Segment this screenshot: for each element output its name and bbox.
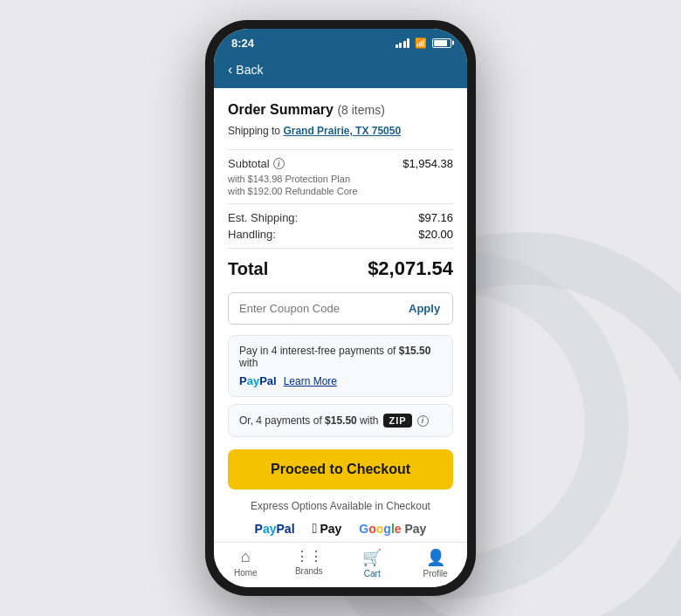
paypal-logo-row: PayPal Learn More	[239, 374, 442, 387]
shipping-address[interactable]: Grand Prairie, TX 75050	[283, 125, 401, 137]
coupon-input[interactable]	[229, 293, 396, 324]
shipping-line: Shipping to Grand Prairie, TX 75050	[228, 125, 453, 137]
checkout-button[interactable]: Proceed to Checkout	[228, 449, 453, 489]
cart-icon: 🛒	[362, 548, 382, 567]
nav-brands[interactable]: ⋮⋮ Brands	[278, 548, 341, 578]
paypal-learn-more-link[interactable]: Learn More	[284, 375, 337, 387]
subtotal-value: $1,954.38	[402, 157, 453, 170]
paypal-installments-section: Pay in 4 interest-free payments of $15.5…	[228, 335, 453, 397]
apple-icon: 	[313, 521, 318, 537]
refundable-core-note: with $192.00 Refundable Core	[228, 186, 453, 196]
express-options-text: Express Options Available in Checkout	[228, 500, 453, 512]
paypal-installment-text: Pay in 4 interest-free payments of $15.5…	[239, 345, 442, 369]
divider-3	[228, 248, 453, 249]
brands-icon: ⋮⋮	[295, 548, 323, 565]
subtotal-info-icon[interactable]: i	[273, 158, 285, 169]
status-time: 8:24	[231, 37, 254, 50]
phone-screen: 8:24 📶 ‹ Back Order Sum	[214, 29, 467, 587]
subtotal-label: Subtotal i	[228, 157, 285, 170]
apply-coupon-button[interactable]: Apply	[396, 293, 452, 324]
subtotal-row: Subtotal i $1,954.38	[228, 157, 453, 170]
zip-installments-section: Or, 4 payments of $15.50 with ZIP i	[228, 404, 453, 437]
express-payment-options: P ay Pal  Pay Google Pay	[228, 521, 453, 537]
total-value: $2,071.54	[368, 257, 453, 280]
bottom-nav: ⌂ Home ⋮⋮ Brands 🛒 Cart 👤 Profile	[214, 542, 467, 587]
home-icon: ⌂	[241, 548, 251, 566]
handling-row: Handling: $20.00	[228, 228, 453, 241]
back-label: Back	[236, 63, 263, 77]
signal-icon	[396, 38, 410, 48]
zip-info-icon[interactable]: i	[417, 415, 429, 427]
shipping-row: Est. Shipping: $97.16	[228, 211, 453, 224]
order-title: Order Summary (8 items)	[228, 102, 385, 118]
nav-profile-label: Profile	[423, 569, 448, 578]
battery-icon	[432, 38, 451, 48]
nav-brands-label: Brands	[295, 566, 323, 576]
divider-1	[228, 149, 453, 150]
paypal-express-option[interactable]: P ay Pal	[255, 522, 295, 536]
zip-badge: ZIP	[383, 414, 411, 428]
divider-2	[228, 203, 453, 204]
status-icons: 📶	[396, 38, 452, 49]
est-shipping-label: Est. Shipping:	[228, 211, 298, 224]
total-label: Total	[228, 259, 268, 279]
nav-profile[interactable]: 👤 Profile	[404, 548, 468, 578]
nav-cart[interactable]: 🛒 Cart	[340, 548, 404, 578]
nav-home-label: Home	[234, 568, 258, 578]
zip-installment-text: Or, 4 payments of $15.50 with	[239, 414, 378, 427]
item-count: (8 items)	[337, 103, 384, 117]
est-shipping-value: $97.16	[418, 211, 453, 224]
apple-pay-label: Pay	[320, 522, 341, 536]
wifi-icon: 📶	[415, 38, 427, 49]
phone-frame: 8:24 📶 ‹ Back Order Sum	[205, 20, 476, 596]
back-chevron-icon: ‹	[228, 62, 232, 78]
header: ‹ Back	[214, 57, 467, 88]
handling-value: $20.00	[418, 228, 453, 241]
content-area: Order Summary (8 items) Shipping to Gran…	[214, 88, 467, 542]
coupon-box: Apply	[228, 292, 453, 325]
nav-home[interactable]: ⌂ Home	[214, 548, 278, 578]
profile-icon: 👤	[426, 548, 445, 567]
nav-cart-label: Cart	[364, 569, 381, 578]
order-title-row: Order Summary (8 items)	[228, 102, 453, 121]
status-bar: 8:24 📶	[214, 29, 467, 57]
handling-label: Handling:	[228, 228, 276, 241]
apple-pay-option[interactable]:  Pay	[313, 521, 342, 537]
google-pay-option[interactable]: Google Pay	[359, 522, 426, 536]
back-button[interactable]: ‹ Back	[228, 62, 453, 78]
total-row: Total $2,071.54	[228, 257, 453, 280]
protection-plan-note: with $143.98 Protection Plan	[228, 174, 453, 184]
paypal-logo: PayPal	[239, 374, 277, 387]
